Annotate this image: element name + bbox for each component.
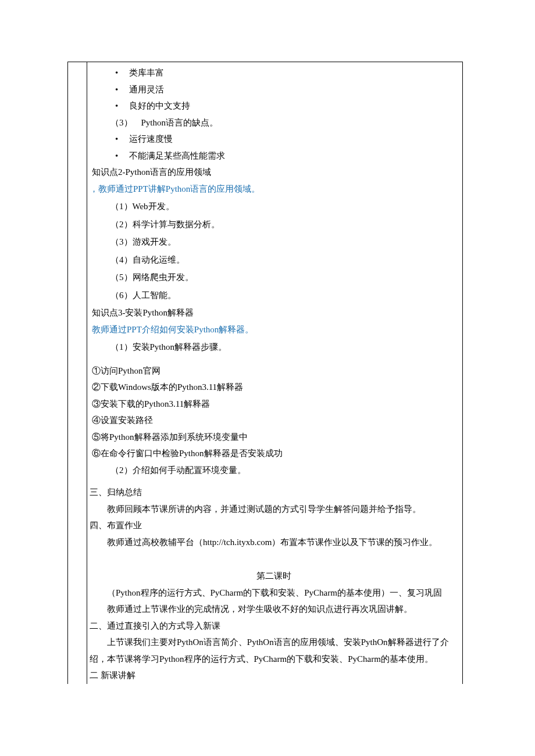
bullet-dot-icon: • xyxy=(115,148,129,164)
section4-title: 四、布置作业 xyxy=(90,517,458,534)
cons-heading-num: （3） xyxy=(110,118,133,127)
install-step: ⑥在命令行窗口中检验Python解释器是否安装成功 xyxy=(90,445,458,462)
cons-heading: （3） Python语言的缺点。 xyxy=(90,114,458,131)
lesson2-title: 第二课时 xyxy=(90,568,458,585)
bullet-item: •不能满足某些高性能需求 xyxy=(90,148,458,164)
lesson2-sec2-title: 二、通过直接引入的方式导入新课 xyxy=(90,618,458,635)
app-field-item: （1）Web开发。 xyxy=(90,198,458,215)
bullet-dot-icon: • xyxy=(115,81,129,98)
install-step: ③安装下载的Python3.11解释器 xyxy=(90,396,458,413)
lesson2-body1: 教师通过上节课作业的完成情况，对学生吸收不好的知识点进行再次巩固讲解。 xyxy=(90,601,458,618)
knowledge2-note: ，教师通过PPT讲解Python语言的应用领域。 xyxy=(90,181,458,198)
app-field-item: （2）科学计算与数据分析。 xyxy=(90,216,458,233)
lesson2-subtitle: （Python程序的运行方式、PyCharm的下载和安装、PyCharm的基本使… xyxy=(90,585,458,601)
bullet-item: •运行速度慢 xyxy=(90,131,458,148)
bullet-dot-icon: • xyxy=(115,131,129,148)
section3-body: 教师回顾本节课所讲的内容，并通过测试题的方式引导学生解答问题并给予指导。 xyxy=(90,501,458,518)
bullet-dot-icon: • xyxy=(115,65,129,81)
install-intro: （1）安装Python解释器步骤。 xyxy=(90,339,458,356)
bullet-text: 不能满足某些高性能需求 xyxy=(129,151,225,160)
section3-title: 三、归纳总结 xyxy=(90,484,458,501)
bullet-item: •类库丰富 xyxy=(90,65,458,81)
section4-body: 教师通过高校教辅平台（http://tch.ityxb.com）布置本节课作业以… xyxy=(90,534,458,551)
left-column xyxy=(68,62,87,684)
right-column: •类库丰富 •通用灵活 •良好的中文支持 （3） Python语言的缺点。 •运… xyxy=(87,62,462,684)
cons-heading-text: Python语言的缺点。 xyxy=(141,118,219,127)
bullet-item: •良好的中文支持 xyxy=(90,98,458,114)
lesson2-sec2-body: 上节课我们主要对PythOn语言简介、PythOn语言的应用领域、安装PythO… xyxy=(90,634,458,667)
app-field-item: （4）自动化运维。 xyxy=(90,252,458,268)
lesson2-truncated: 二 新课讲解 xyxy=(90,667,458,684)
bullet-text: 良好的中文支持 xyxy=(129,101,190,110)
bullet-dot-icon: • xyxy=(115,98,129,114)
knowledge3-note: 教师通过PPT介绍如何安装Python解释器。 xyxy=(90,321,458,338)
app-field-item: （6）人工智能。 xyxy=(90,287,458,304)
bullet-text: 运行速度慢 xyxy=(129,134,173,144)
knowledge2-title: 知识点2-Python语言的应用领域 xyxy=(90,164,458,181)
content-table: •类库丰富 •通用灵活 •良好的中文支持 （3） Python语言的缺点。 •运… xyxy=(67,62,463,684)
install-step: ②下载Windows版本的Python3.11解释器 xyxy=(90,379,458,396)
install-step: ①访问Python官网 xyxy=(90,363,458,379)
install-step: ⑤将Python解释器添加到系统环境变量中 xyxy=(90,429,458,446)
app-field-item: （5）网络爬虫开发。 xyxy=(90,269,458,286)
document-page: •类库丰富 •通用灵活 •良好的中文支持 （3） Python语言的缺点。 •运… xyxy=(0,0,535,756)
knowledge3-title: 知识点3-安装Python解释器 xyxy=(90,304,458,321)
install-step2: （2）介绍如何手动配置环境变量。 xyxy=(90,462,458,479)
install-step: ④设置安装路径 xyxy=(90,412,458,429)
app-field-item: （3）游戏开发。 xyxy=(90,234,458,250)
bullet-item: •通用灵活 xyxy=(90,81,458,98)
bullet-text: 通用灵活 xyxy=(129,85,164,94)
bullet-text: 类库丰富 xyxy=(129,68,164,77)
